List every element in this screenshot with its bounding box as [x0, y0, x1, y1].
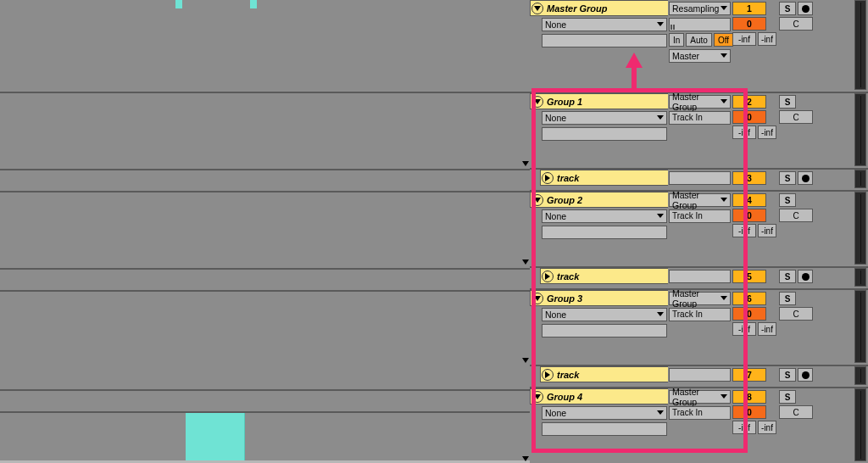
midi-channel-field[interactable]: [542, 226, 667, 239]
volume-field-l[interactable]: -inf: [732, 126, 756, 139]
group-collapse-icon[interactable]: [522, 259, 529, 265]
volume-field-r[interactable]: -inf: [758, 224, 776, 237]
volume-field-l[interactable]: -inf: [732, 322, 756, 336]
solo-button[interactable]: S: [779, 292, 796, 305]
fold-toggle-icon[interactable]: [531, 194, 543, 206]
volume-field-r[interactable]: -inf: [758, 126, 776, 139]
pan-c-button[interactable]: C: [779, 17, 813, 31]
solo-button[interactable]: S: [779, 95, 796, 109]
record-arm-button[interactable]: [798, 270, 813, 283]
record-arm-button[interactable]: [798, 171, 813, 185]
midi-channel-field[interactable]: [542, 127, 667, 141]
annotation-arrow-icon: [626, 53, 643, 68]
volume-field-r[interactable]: -inf: [758, 421, 776, 434]
track-title: Master Group: [547, 3, 608, 14]
track-header-child[interactable]: track: [540, 268, 668, 284]
audio-to-value: Master Group: [672, 288, 721, 309]
track-title: Group 1: [547, 97, 582, 107]
midi-from-dropdown[interactable]: None: [542, 209, 667, 223]
chevron-down-icon: [721, 296, 727, 300]
volume-field-r[interactable]: -inf: [758, 32, 776, 46]
play-icon[interactable]: [542, 369, 554, 381]
group-collapse-icon[interactable]: [522, 161, 529, 166]
clip-slot[interactable]: [669, 270, 731, 283]
track-activator[interactable]: 7: [732, 368, 766, 382]
chevron-down-icon: [657, 22, 664, 26]
send-knob[interactable]: 0: [732, 307, 766, 321]
track-activator[interactable]: 2: [732, 95, 766, 109]
output-dropdown[interactable]: Master: [669, 49, 731, 63]
record-arm-button[interactable]: [798, 368, 813, 382]
level-meter: [854, 0, 866, 90]
monitor-in-button[interactable]: In: [669, 33, 684, 47]
level-meter: [854, 93, 866, 166]
track-header-group[interactable]: Group 3: [530, 290, 668, 306]
track-header-group[interactable]: Group 1: [530, 93, 668, 109]
monitor-off-button[interactable]: Off: [714, 33, 733, 47]
audio-clip[interactable]: [186, 413, 245, 460]
track-header-group[interactable]: Group 4: [530, 388, 668, 404]
pan-c-button[interactable]: C: [779, 110, 813, 124]
fold-toggle-icon[interactable]: [531, 391, 543, 403]
monitor-auto-button[interactable]: Auto: [686, 33, 712, 47]
volume-field-l[interactable]: -inf: [732, 421, 756, 434]
audio-to-sub[interactable]: Track In: [669, 209, 731, 223]
audio-to-dropdown[interactable]: Master Group: [669, 193, 731, 207]
annotation-arrow-stem: [632, 68, 637, 90]
volume-field-r[interactable]: -inf: [758, 322, 776, 336]
track-header-group[interactable]: Group 2: [530, 192, 668, 208]
solo-button[interactable]: S: [779, 193, 796, 207]
solo-button[interactable]: S: [779, 171, 796, 185]
play-icon[interactable]: [542, 271, 554, 282]
solo-button[interactable]: S: [779, 270, 796, 283]
group-collapse-icon[interactable]: [522, 456, 529, 461]
audio-to-sub[interactable]: Track In: [669, 308, 731, 321]
audio-to-sub[interactable]: Track In: [669, 406, 731, 420]
track-activator[interactable]: 4: [732, 193, 766, 207]
group-collapse-icon[interactable]: [522, 358, 529, 363]
send-knob[interactable]: 0: [732, 405, 766, 419]
volume-field-l[interactable]: -inf: [732, 224, 756, 237]
loop-end-marker[interactable]: [250, 0, 257, 8]
audio-to-dropdown[interactable]: Master Group: [669, 95, 731, 109]
loop-start-marker[interactable]: [175, 0, 182, 8]
midi-channel-field[interactable]: [542, 34, 667, 47]
clip-slot[interactable]: [669, 368, 731, 382]
midi-from-dropdown[interactable]: None: [542, 406, 667, 420]
midi-channel-field[interactable]: [542, 324, 667, 337]
track-activator[interactable]: 5: [732, 270, 766, 283]
audio-to-sub[interactable]: Track In: [669, 111, 731, 125]
track-header-master[interactable]: Master Group: [530, 0, 668, 16]
play-icon[interactable]: [542, 172, 554, 184]
clip-slot[interactable]: [669, 171, 731, 185]
send-knob[interactable]: 0: [732, 110, 766, 124]
send-knob[interactable]: 0: [732, 17, 766, 31]
solo-button[interactable]: S: [779, 368, 796, 382]
arrangement-area[interactable]: [0, 0, 530, 463]
midi-from-dropdown[interactable]: None: [542, 308, 667, 321]
volume-field-l[interactable]: -inf: [732, 32, 756, 46]
audio-to-dropdown[interactable]: Master Group: [669, 390, 731, 404]
track-activator[interactable]: 3: [732, 171, 766, 185]
track-activator[interactable]: 8: [732, 390, 766, 404]
track-header-child[interactable]: track: [540, 170, 668, 186]
audio-to-value: Resampling: [672, 3, 719, 14]
midi-from-dropdown[interactable]: None: [542, 18, 667, 31]
midi-from-dropdown[interactable]: None: [542, 111, 667, 125]
record-arm-button[interactable]: [798, 2, 813, 15]
track-activator[interactable]: 1: [732, 2, 766, 15]
pan-c-button[interactable]: C: [779, 307, 813, 321]
track-activator[interactable]: 6: [732, 292, 766, 305]
track-header-child[interactable]: track: [540, 366, 668, 382]
fold-toggle-icon[interactable]: [531, 3, 543, 14]
fold-toggle-icon[interactable]: [531, 96, 543, 108]
solo-button[interactable]: S: [779, 390, 796, 404]
send-knob[interactable]: 0: [732, 209, 766, 222]
solo-button[interactable]: S: [779, 2, 796, 15]
audio-to-dropdown[interactable]: Resampling: [669, 2, 731, 15]
pan-c-button[interactable]: C: [779, 209, 813, 222]
midi-channel-field[interactable]: [542, 422, 667, 436]
pan-c-button[interactable]: C: [779, 405, 813, 419]
audio-to-dropdown[interactable]: Master Group: [669, 292, 731, 305]
fold-toggle-icon[interactable]: [531, 293, 543, 304]
